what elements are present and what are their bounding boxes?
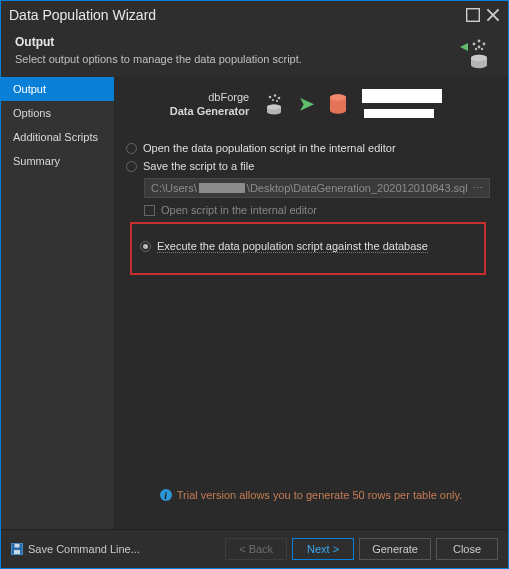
svg-point-7 [478, 46, 481, 49]
svg-point-8 [475, 48, 477, 50]
radio-open-editor[interactable] [126, 143, 137, 154]
header-generator-icon [458, 35, 490, 71]
options-group: Open the data population script in the i… [114, 130, 508, 275]
svg-rect-0 [467, 9, 480, 22]
footer: Save Command Line... < Back Next > Gener… [1, 529, 508, 568]
flow-row: dbForge Data Generator ➤ [114, 77, 508, 130]
titlebar: Data Population Wizard [1, 1, 508, 29]
destination-placeholder [362, 89, 442, 118]
svg-point-16 [276, 99, 278, 101]
sidebar-item-summary[interactable]: Summary [1, 149, 114, 173]
window: Data Population Wizard Output Select out… [0, 0, 509, 569]
flow-label-line2: Data Generator [170, 104, 249, 118]
database-icon [328, 93, 348, 115]
svg-point-5 [478, 40, 481, 43]
maximize-button[interactable] [466, 8, 480, 22]
option-open-after-save[interactable]: Open script in the internal editor [144, 204, 490, 216]
svg-point-4 [473, 43, 476, 46]
subheader: Output Select output options to manage t… [1, 29, 508, 77]
save-command-line-label: Save Command Line... [28, 543, 140, 555]
svg-point-13 [274, 94, 277, 97]
svg-point-18 [267, 104, 281, 109]
arrow-icon: ➤ [299, 93, 314, 115]
svg-marker-3 [460, 43, 468, 51]
radio-execute[interactable] [140, 241, 151, 252]
destination-line2 [364, 109, 434, 118]
sidebar-item-options[interactable]: Options [1, 101, 114, 125]
svg-point-14 [278, 96, 281, 99]
flow-label-line1: dbForge [170, 90, 249, 104]
save-icon [11, 543, 23, 555]
info-icon: i [160, 489, 172, 501]
subheader-desc: Select output options to manage the data… [15, 53, 496, 65]
save-path-suffix: \Desktop\DataGeneration_202012010843.sql [247, 182, 468, 194]
option-open-after-save-label: Open script in the internal editor [161, 204, 317, 216]
close-button[interactable] [486, 8, 500, 22]
trial-text: Trial version allows you to generate 50 … [177, 489, 463, 501]
option-open-editor-label: Open the data population script in the i… [143, 142, 396, 154]
save-path-redaction [199, 183, 245, 193]
subheader-title: Output [15, 35, 496, 49]
flow-label: dbForge Data Generator [170, 90, 249, 118]
sidebar-item-output[interactable]: Output [1, 77, 114, 101]
trial-notice: i Trial version allows you to generate 5… [114, 479, 508, 529]
main-panel: dbForge Data Generator ➤ [114, 77, 508, 529]
sidebar-item-additional-scripts[interactable]: Additional Scripts [1, 125, 114, 149]
close-footer-button[interactable]: Close [436, 538, 498, 560]
svg-rect-22 [14, 550, 20, 554]
svg-point-6 [483, 43, 486, 46]
save-path-field[interactable]: C:\Users\ \Desktop\DataGeneration_202012… [144, 178, 490, 198]
generate-button[interactable]: Generate [359, 538, 431, 560]
checkbox-open-after-save[interactable] [144, 205, 155, 216]
option-save-file-label: Save the script to a file [143, 160, 254, 172]
next-button[interactable]: Next > [292, 538, 354, 560]
option-open-editor[interactable]: Open the data population script in the i… [126, 142, 490, 154]
svg-point-11 [471, 55, 487, 61]
execute-highlight-box: Execute the data population script again… [130, 222, 486, 275]
option-execute-label: Execute the data population script again… [157, 240, 428, 253]
window-title: Data Population Wizard [9, 7, 460, 23]
option-execute[interactable]: Execute the data population script again… [140, 240, 476, 253]
svg-point-12 [269, 95, 272, 98]
generator-icon [263, 93, 285, 115]
back-button: < Back [225, 538, 287, 560]
browse-ellipsis-icon[interactable]: ⋯ [472, 182, 483, 195]
svg-point-9 [481, 48, 483, 50]
svg-point-15 [272, 98, 274, 100]
radio-save-file[interactable] [126, 161, 137, 172]
svg-rect-23 [15, 544, 20, 548]
svg-point-20 [330, 94, 346, 100]
sidebar: Output Options Additional Scripts Summar… [1, 77, 114, 529]
option-save-file[interactable]: Save the script to a file [126, 160, 490, 172]
save-command-line-link[interactable]: Save Command Line... [11, 543, 140, 555]
save-path-prefix: C:\Users\ [151, 182, 197, 194]
body: Output Options Additional Scripts Summar… [1, 77, 508, 529]
destination-line1 [362, 89, 442, 103]
